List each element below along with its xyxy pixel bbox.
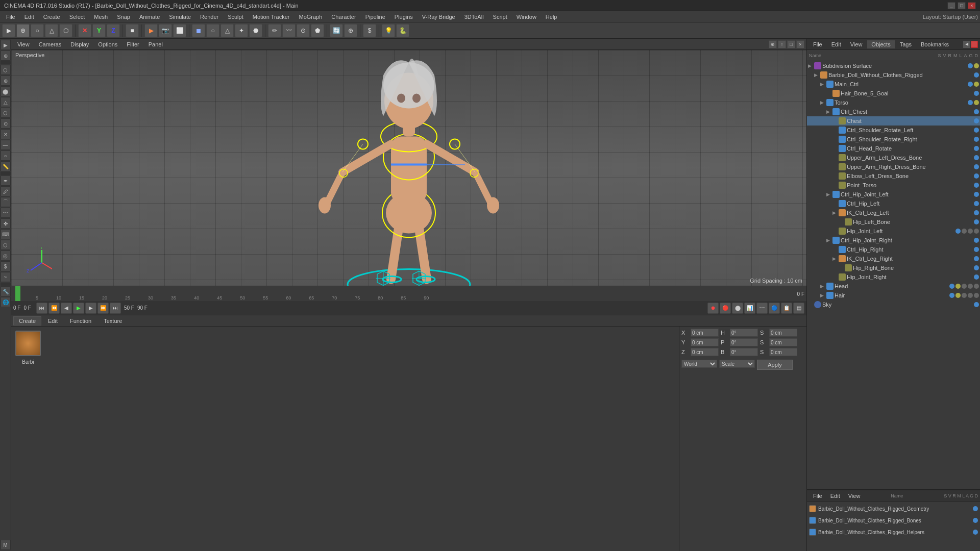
play-prev[interactable]: ⏪ — [48, 303, 60, 314]
scene-tab-tags[interactable]: Tags — [896, 40, 916, 48]
scene-tab-bookmarks[interactable]: Bookmarks — [917, 40, 953, 48]
play-next[interactable]: ⏩ — [97, 303, 109, 314]
tool-rotate[interactable]: ○ — [31, 24, 44, 37]
tree-item-ctrl-hip-right[interactable]: Ctrl_Hip_Right — [807, 245, 980, 254]
tree-item-hair[interactable]: ▶ Hair — [807, 291, 980, 300]
coord-sz-input[interactable] — [769, 348, 797, 356]
viewport-ctrl-close[interactable]: × — [796, 40, 804, 48]
left-tool-13[interactable] — [1, 172, 11, 175]
menu-select[interactable]: Select — [65, 13, 89, 21]
motion-btn[interactable]: 🔵 — [769, 303, 780, 314]
viewport-ctrl-mode[interactable]: ↑ — [778, 40, 786, 48]
tree-item-hair-bone-goal[interactable]: Hair_Bone_5_Goal — [807, 89, 980, 98]
tab-texture[interactable]: Texture — [98, 316, 128, 325]
tool-poly[interactable]: ⬡ — [59, 24, 72, 37]
menu-simulate[interactable]: Simulate — [165, 13, 195, 21]
tree-item-ctrl-hip-left[interactable]: Ctrl_Hip_Left — [807, 199, 980, 208]
viewport-menu-filter[interactable]: Filter — [122, 40, 143, 48]
tree-item-ctrl-chest[interactable]: ▶ Ctrl_Chest — [807, 107, 980, 116]
left-tool-6[interactable]: ⬤ — [1, 86, 11, 96]
menu-character[interactable]: Character — [327, 13, 360, 21]
scene-tab-view[interactable]: View — [846, 40, 867, 48]
viewport-canvas[interactable]: Perspective Grid Spacing : 10 cm — [11, 50, 806, 286]
menu-3dtoall[interactable]: 3DToAll — [460, 13, 488, 21]
tab-function[interactable]: Function — [64, 316, 97, 325]
left-tool-20[interactable]: ⬡ — [1, 240, 11, 250]
left-tool-12[interactable]: ○ — [1, 151, 11, 161]
left-tool-3[interactable] — [1, 61, 11, 64]
menu-pipeline[interactable]: Pipeline — [361, 13, 389, 21]
menu-create[interactable]: Create — [39, 13, 64, 21]
left-tool-19[interactable]: ⌨ — [1, 229, 11, 239]
tool-x[interactable]: ✕ — [78, 24, 91, 37]
tool-other3[interactable]: ⊙ — [297, 24, 310, 37]
tree-item-chest[interactable]: Chest — [807, 116, 980, 126]
tool-light[interactable]: 💡 — [382, 24, 395, 37]
tool-scale[interactable]: △ — [45, 24, 58, 37]
menu-help[interactable]: Help — [542, 13, 561, 21]
tree-item-hip-joint-right-bone[interactable]: Hip_Joint_Right — [807, 272, 980, 282]
tool-other5[interactable]: ⊕ — [344, 24, 357, 37]
material-row-geometry[interactable]: Barbie_Doll_Without_Clothes_Rigged_Geome… — [809, 504, 978, 514]
left-tool-11[interactable]: — — [1, 140, 11, 150]
left-tool-10[interactable]: ✕ — [1, 129, 11, 139]
mat-tab-file[interactable]: File — [809, 492, 826, 500]
tree-item-hip-joint-left-bone[interactable]: Hip_Joint_Left — [807, 227, 980, 236]
minimize-button[interactable]: _ — [947, 2, 955, 9]
tool-pen[interactable]: ✏ — [268, 24, 281, 37]
mat-tab-edit[interactable]: Edit — [826, 492, 844, 500]
tab-edit[interactable]: Edit — [42, 316, 63, 325]
left-tool-15[interactable]: 🖊 — [1, 186, 11, 196]
menu-motion-tracker[interactable]: Motion Tracker — [249, 13, 294, 21]
tree-item-barbie[interactable]: ▶ Barbie_Doll_Without_Clothes_Rigged — [807, 70, 980, 80]
scene-tab-file[interactable]: File — [809, 40, 826, 48]
left-tool-select[interactable]: ▶ — [1, 40, 11, 50]
viewport-menu-options[interactable]: Options — [94, 40, 121, 48]
left-tool-22[interactable]: $ — [1, 261, 11, 271]
left-tool-move[interactable]: ⊕ — [1, 51, 11, 61]
tool-y[interactable]: Y — [92, 24, 106, 37]
tree-item-sky[interactable]: Sky — [807, 300, 980, 309]
menu-mesh[interactable]: Mesh — [90, 13, 112, 21]
left-tool-ruler[interactable]: 📏 — [1, 161, 11, 171]
apply-button[interactable]: Apply — [757, 360, 793, 370]
left-tool-16[interactable]: ⌒ — [1, 197, 11, 207]
record-btn[interactable]: ⏺ — [707, 303, 719, 314]
viewport-menu-view[interactable]: View — [13, 40, 34, 48]
tree-item-upper-arm-right[interactable]: Upper_Arm_Right_Dress_Bone — [807, 162, 980, 171]
menu-mograph[interactable]: MoGraph — [295, 13, 326, 21]
scene-tab-objects[interactable]: Objects — [867, 40, 894, 48]
material-row-bones[interactable]: Barbie_Doll_Without_Clothes_Rigged_Bones — [809, 515, 978, 525]
left-tool-7[interactable]: △ — [1, 97, 11, 107]
left-tool-25[interactable]: 🔧 — [1, 286, 11, 296]
tree-item-upper-arm-left[interactable]: Upper_Arm_Left_Dress_Bone — [807, 153, 980, 162]
tool-python[interactable]: 🐍 — [396, 24, 409, 37]
tree-item-torso[interactable]: ▶ Torso — [807, 98, 980, 107]
coord-y-input[interactable] — [691, 338, 719, 346]
menu-sculpt[interactable]: Sculpt — [224, 13, 248, 21]
tree-item-head[interactable]: ▶ Head — [807, 282, 980, 291]
tool-spline[interactable]: 〰 — [282, 24, 296, 37]
tool-render[interactable]: ▶ — [144, 24, 158, 37]
coord-p-input[interactable] — [730, 338, 758, 346]
menu-render[interactable]: Render — [196, 13, 223, 21]
tool-deform[interactable]: 🔄 — [330, 24, 343, 37]
left-tool-14[interactable]: ✒ — [1, 176, 11, 186]
tool-other1[interactable]: ✦ — [235, 24, 248, 37]
tool-render3[interactable]: ⬜ — [173, 24, 186, 37]
tool-object[interactable]: ■ — [126, 24, 139, 37]
menu-window[interactable]: Window — [512, 13, 541, 21]
play-next-frame[interactable]: ▶ — [85, 303, 96, 314]
play-prev-frame[interactable]: ◀ — [61, 303, 72, 314]
key-sel[interactable]: ⬤ — [732, 303, 743, 314]
left-tool-8[interactable]: ⬡ — [1, 108, 11, 118]
timeline-btn[interactable]: 📊 — [744, 303, 755, 314]
left-tool-5[interactable]: ⊕ — [1, 76, 11, 86]
left-tool-21[interactable]: ◎ — [1, 251, 11, 261]
menu-edit[interactable]: Edit — [20, 13, 38, 21]
menu-animate[interactable]: Animate — [135, 13, 164, 21]
coord-h-input[interactable] — [730, 329, 758, 337]
coord-b-input[interactable] — [730, 348, 758, 356]
menu-vray[interactable]: V-Ray Bridge — [418, 13, 459, 21]
tree-item-subdivision[interactable]: ▶ Subdivision Surface — [807, 61, 980, 70]
